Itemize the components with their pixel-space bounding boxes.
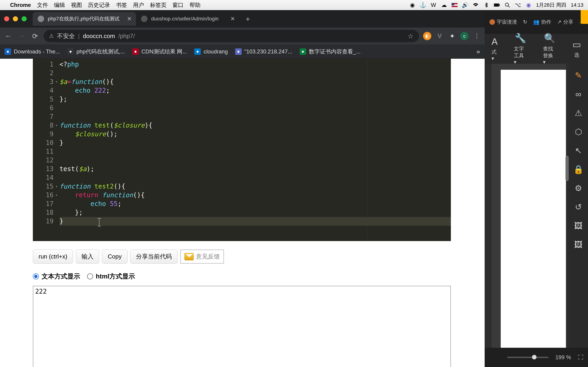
maximize-window-button[interactable] <box>22 16 27 21</box>
line-number[interactable]: 11 <box>33 147 53 156</box>
menu-history[interactable]: 历史记录 <box>88 1 110 9</box>
menu-file[interactable]: 文件 <box>37 1 48 9</box>
extension-v-icon[interactable]: V <box>435 32 444 40</box>
line-number[interactable]: 18 <box>33 208 53 217</box>
menu-view[interactable]: 视图 <box>71 1 82 9</box>
menu-bookmarks[interactable]: 书签 <box>116 1 127 9</box>
feedback-button[interactable]: 意见反馈 <box>180 250 224 264</box>
bookmark-item[interactable]: ●数字证书内容查看_... <box>300 48 361 55</box>
status-icon-volume[interactable]: 🔊 <box>462 2 468 8</box>
code-line[interactable]: return function(){ <box>60 191 451 200</box>
bg-side-cursor-icon[interactable]: ↖ <box>575 146 582 156</box>
bg-scrollbar[interactable] <box>565 156 569 181</box>
menu-window[interactable]: 窗口 <box>173 1 183 9</box>
bookmark-item[interactable]: ●"103.230.218.247... <box>235 48 292 55</box>
new-tab-button[interactable]: ＋ <box>242 13 254 25</box>
line-number[interactable]: 13 <box>33 165 53 173</box>
bg-side-lock-icon[interactable]: 🔒 <box>573 165 584 174</box>
code-line[interactable]: echo 222; <box>60 86 451 95</box>
bg-ruler-tab[interactable] <box>581 10 588 24</box>
share-button[interactable]: 分享当前代码 <box>130 250 178 264</box>
background-app-canvas[interactable] <box>492 64 566 348</box>
input-button[interactable]: 输入 <box>76 250 99 264</box>
line-number[interactable]: 6 <box>33 104 53 112</box>
code-line[interactable]: echo 55; <box>60 200 451 208</box>
bg-side-settings-icon[interactable]: ⚙ <box>575 184 582 193</box>
status-icon-battery[interactable] <box>494 3 500 7</box>
line-number[interactable]: 8 <box>33 121 53 130</box>
status-icon-input[interactable] <box>451 3 458 7</box>
site-info-icon[interactable]: ⚠ <box>49 33 54 39</box>
background-app-page[interactable] <box>501 70 566 348</box>
omnibox[interactable]: ⚠ 不安全 | dooccn.com/php7/ ☆ <box>44 30 419 42</box>
bg-side-warn-icon[interactable]: ⚠ <box>575 108 582 118</box>
line-number[interactable]: 12 <box>33 156 53 165</box>
close-tab-button[interactable]: ✕ <box>126 15 133 22</box>
bg-tool-text[interactable]: 🔧文字工具 ▾ <box>514 33 527 65</box>
run-button[interactable]: run (ctrl+x) <box>33 250 73 264</box>
menubar-time[interactable]: 14:13 <box>571 2 583 8</box>
bg-fullscreen-icon[interactable]: ⛶ <box>578 354 583 361</box>
extension-icon[interactable]: ◐ <box>423 32 431 40</box>
status-icon-docker[interactable]: ⚓ <box>420 2 426 8</box>
bg-cloud-icon[interactable]: ↻ <box>523 19 527 25</box>
line-number[interactable]: 1 <box>33 60 53 69</box>
browser-tab[interactable]: duoshop.cn/seller/Admin/login ✕ <box>136 12 239 26</box>
code-line[interactable] <box>60 156 451 165</box>
code-editor[interactable]: 12345678910111213141516171819 <?php$a=fu… <box>33 59 451 241</box>
menu-help[interactable]: 帮助 <box>190 1 200 9</box>
bg-side-hex-icon[interactable]: ⬡ <box>575 127 582 137</box>
code-line[interactable] <box>60 69 451 77</box>
code-line[interactable]: } <box>60 139 451 147</box>
status-icon-wechat[interactable]: ☁ <box>441 2 447 8</box>
browser-tab-active[interactable]: php7在线执行,php代码在线测试 ✕ <box>33 12 136 26</box>
code-line[interactable]: <?php <box>60 60 451 69</box>
active-app-name[interactable]: Chrome <box>10 2 31 8</box>
bg-side-image-icon[interactable]: 🖼 <box>574 221 582 231</box>
line-number[interactable]: 5 <box>33 95 53 104</box>
code-line[interactable]: function test2(){ <box>60 182 451 191</box>
status-icon-wps[interactable]: W <box>431 2 436 8</box>
bg-tool-style[interactable]: A式 ▾ <box>492 36 498 61</box>
line-number[interactable]: 10 <box>33 139 53 147</box>
code-area[interactable]: <?php$a=function(){ echo 222;};function … <box>56 59 451 241</box>
code-line[interactable] <box>60 104 451 112</box>
chrome-menu-icon[interactable]: ⋮ <box>473 32 481 40</box>
line-number[interactable]: 16 <box>33 191 53 200</box>
code-line[interactable]: } <box>60 217 451 226</box>
display-mode-html[interactable]: html方式显示 <box>87 272 135 281</box>
status-icon-spotlight[interactable] <box>504 2 510 8</box>
display-mode-text[interactable]: 文本方式显示 <box>33 272 80 281</box>
bookmark-item[interactable]: ●php代码在线测试,... <box>67 48 125 55</box>
status-icon-record[interactable]: ◉ <box>409 2 415 8</box>
code-line[interactable]: }; <box>60 208 451 217</box>
bg-user[interactable]: 宇宙渣渣 <box>489 19 517 25</box>
line-number[interactable]: 3 <box>33 77 53 86</box>
code-line[interactable] <box>60 112 451 121</box>
bg-tool-select[interactable]: ▭选 <box>572 39 581 58</box>
code-line[interactable] <box>60 173 451 182</box>
bookmark-star-icon[interactable]: ☆ <box>408 32 414 40</box>
bg-zoom-value[interactable]: 199 % <box>555 354 571 361</box>
line-number[interactable]: 9 <box>33 130 53 139</box>
code-line[interactable]: function test($closure){ <box>60 121 451 130</box>
menubar-date[interactable]: 1月28日 周四 <box>536 2 566 8</box>
bookmark-item[interactable]: ●CDN测试结果 网... <box>132 48 187 55</box>
bg-tool-find-replace[interactable]: 🔍查找替换 ▾ <box>543 33 556 65</box>
status-icon-bluetooth[interactable] <box>483 2 489 8</box>
code-line[interactable]: $a=function(){ <box>60 77 451 86</box>
bg-share[interactable]: ↗ 分享 <box>557 19 573 25</box>
line-number[interactable]: 2 <box>33 69 53 77</box>
minimize-window-button[interactable] <box>13 16 18 21</box>
code-line[interactable] <box>60 147 451 156</box>
bookmark-item[interactable]: ●Downloads - The... <box>5 48 60 55</box>
bookmarks-overflow-button[interactable]: » <box>476 48 480 55</box>
bg-zoom-slider[interactable] <box>507 357 548 358</box>
bg-side-pen-icon[interactable]: ✎ <box>575 71 582 80</box>
copy-button[interactable]: Copy <box>102 250 128 264</box>
line-number[interactable]: 15 <box>33 182 53 191</box>
radio-html[interactable] <box>87 273 93 279</box>
bg-side-history-icon[interactable]: ↺ <box>575 202 582 212</box>
line-number[interactable]: 14 <box>33 173 53 182</box>
line-number[interactable]: 19 <box>33 217 53 226</box>
